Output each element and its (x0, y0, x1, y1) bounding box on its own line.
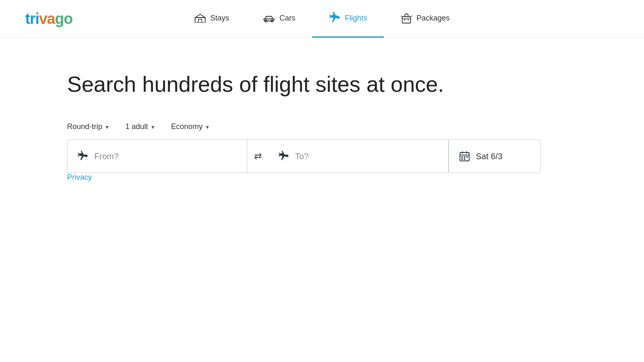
search-fields-row: From? ⇄ To? (67, 140, 577, 173)
nav-item-packages[interactable]: Packages (384, 0, 467, 38)
to-placeholder: To? (295, 152, 309, 161)
swap-icon: ⇄ (254, 151, 262, 162)
main-content: Search hundreds of flight sites at once.… (0, 38, 644, 215)
cabin-class-label: Economy (171, 122, 203, 131)
nav-item-stays[interactable]: Stays (177, 0, 246, 38)
from-field[interactable]: From? (67, 140, 247, 173)
cabin-class-dropdown[interactable]: Economy ▾ (171, 122, 209, 131)
logo-part-tri: tri (25, 10, 39, 27)
svg-rect-8 (466, 156, 468, 158)
svg-rect-9 (461, 158, 463, 160)
packages-icon (401, 13, 413, 23)
trip-type-label: Round-trip (67, 122, 102, 131)
svg-rect-6 (461, 156, 463, 158)
cabin-class-chevron-icon: ▾ (206, 124, 209, 130)
svg-rect-4 (402, 17, 411, 23)
svg-rect-0 (195, 18, 205, 23)
calendar-icon (459, 151, 470, 162)
nav-label-cars: Cars (279, 14, 295, 23)
main-nav: Stays Cars Flig (177, 0, 466, 38)
logo[interactable]: trivago (25, 10, 73, 28)
logo-part-go: go (55, 10, 73, 27)
to-plane-icon (278, 151, 289, 162)
stays-icon (194, 13, 206, 23)
svg-rect-1 (198, 19, 202, 23)
date-field[interactable]: Sat 6/3 (449, 140, 541, 173)
logo-part-va: va (39, 10, 55, 27)
passengers-chevron-icon: ▾ (151, 124, 154, 130)
passengers-dropdown[interactable]: 1 adult ▾ (125, 122, 154, 131)
page-headline: Search hundreds of flight sites at once. (67, 71, 577, 97)
nav-label-stays: Stays (210, 14, 229, 23)
header: trivago Stays (0, 0, 644, 38)
flights-icon (329, 12, 340, 24)
cars-icon (262, 13, 275, 23)
passengers-label: 1 adult (125, 122, 148, 131)
svg-rect-10 (464, 158, 465, 160)
trip-type-dropdown[interactable]: Round-trip ▾ (67, 122, 109, 131)
from-placeholder: From? (94, 152, 119, 161)
date-value: Sat 6/3 (476, 152, 502, 161)
nav-label-packages: Packages (417, 14, 450, 23)
svg-rect-7 (464, 156, 465, 158)
nav-label-flights: Flights (345, 14, 367, 23)
nav-item-flights[interactable]: Flights (312, 0, 384, 38)
privacy-link[interactable]: Privacy (67, 173, 92, 181)
trip-type-chevron-icon: ▾ (106, 124, 109, 130)
from-plane-icon (78, 151, 88, 162)
search-options-row: Round-trip ▾ 1 adult ▾ Economy ▾ (67, 122, 577, 131)
to-field[interactable]: To? (268, 140, 449, 173)
nav-item-cars[interactable]: Cars (246, 0, 312, 38)
swap-button[interactable]: ⇄ (247, 140, 268, 173)
